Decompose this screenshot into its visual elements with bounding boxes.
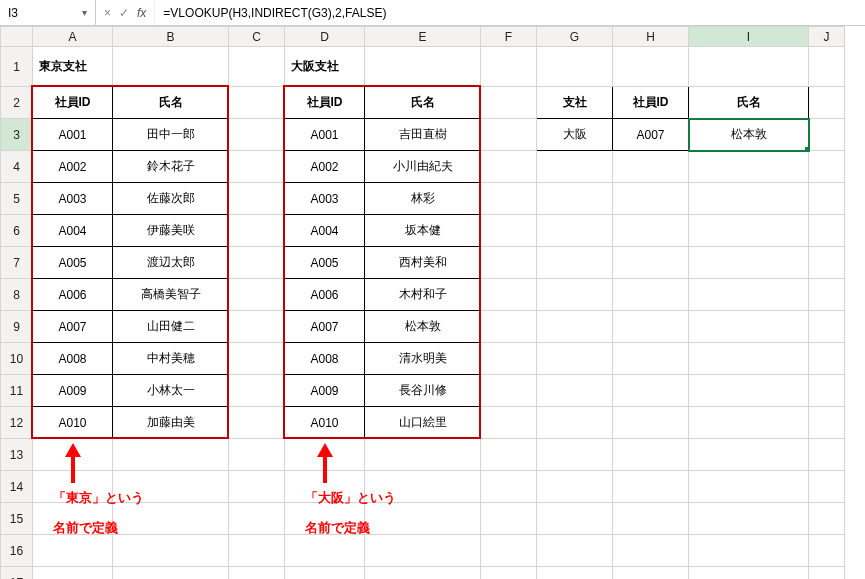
cell-H9[interactable]: [613, 311, 689, 343]
cell-G11[interactable]: [537, 375, 613, 407]
cell-J3[interactable]: [809, 119, 845, 151]
col-I[interactable]: I: [689, 27, 809, 47]
cell-C5[interactable]: [229, 183, 285, 215]
cell-H17[interactable]: [613, 567, 689, 580]
select-all-corner[interactable]: [1, 27, 33, 47]
cell-I4[interactable]: [689, 151, 809, 183]
cell-G5[interactable]: [537, 183, 613, 215]
row-17[interactable]: 17: [1, 567, 33, 580]
cell-I7[interactable]: [689, 247, 809, 279]
cell-I2[interactable]: 氏名: [689, 87, 809, 119]
cell-C1[interactable]: [229, 47, 285, 87]
cell-B10[interactable]: 中村美穂: [113, 343, 229, 375]
cell-D4[interactable]: A002: [285, 151, 365, 183]
cell-C13[interactable]: [229, 439, 285, 471]
cell-A1[interactable]: 東京支社: [33, 47, 113, 87]
cell-J15[interactable]: [809, 503, 845, 535]
cell-J9[interactable]: [809, 311, 845, 343]
cell-E2[interactable]: 氏名: [365, 87, 481, 119]
fx-icon[interactable]: fx: [137, 6, 146, 20]
cell-D11[interactable]: A009: [285, 375, 365, 407]
cell-C8[interactable]: [229, 279, 285, 311]
cell-E8[interactable]: 木村和子: [365, 279, 481, 311]
cell-F15[interactable]: [481, 503, 537, 535]
cell-F7[interactable]: [481, 247, 537, 279]
cell-A6[interactable]: A004: [33, 215, 113, 247]
cell-C6[interactable]: [229, 215, 285, 247]
cell-D10[interactable]: A008: [285, 343, 365, 375]
cell-D9[interactable]: A007: [285, 311, 365, 343]
formula-input[interactable]: =VLOOKUP(H3,INDIRECT(G3),2,FALSE): [155, 0, 865, 25]
cell-F12[interactable]: [481, 407, 537, 439]
cell-E1[interactable]: [365, 47, 481, 87]
cell-H3[interactable]: A007: [613, 119, 689, 151]
cell-F4[interactable]: [481, 151, 537, 183]
cell-A7[interactable]: A005: [33, 247, 113, 279]
cell-A10[interactable]: A008: [33, 343, 113, 375]
cell-H14[interactable]: [613, 471, 689, 503]
cell-I9[interactable]: [689, 311, 809, 343]
cell-E7[interactable]: 西村美和: [365, 247, 481, 279]
cell-E5[interactable]: 林彩: [365, 183, 481, 215]
cell-F5[interactable]: [481, 183, 537, 215]
row-9[interactable]: 9: [1, 311, 33, 343]
cell-F17[interactable]: [481, 567, 537, 580]
cell-I8[interactable]: [689, 279, 809, 311]
row-2[interactable]: 2: [1, 87, 33, 119]
cell-I11[interactable]: [689, 375, 809, 407]
cell-D3[interactable]: A001: [285, 119, 365, 151]
cell-G8[interactable]: [537, 279, 613, 311]
cell-I14[interactable]: [689, 471, 809, 503]
cell-F10[interactable]: [481, 343, 537, 375]
row-3[interactable]: 3: [1, 119, 33, 151]
cell-G10[interactable]: [537, 343, 613, 375]
cell-E12[interactable]: 山口絵里: [365, 407, 481, 439]
cell-A5[interactable]: A003: [33, 183, 113, 215]
spreadsheet-grid[interactable]: A B C D E F G H I J 1東京支社大阪支社2社員ID氏名社員ID…: [0, 26, 845, 579]
row-13[interactable]: 13: [1, 439, 33, 471]
cell-J14[interactable]: [809, 471, 845, 503]
cell-G2[interactable]: 支社: [537, 87, 613, 119]
cell-J11[interactable]: [809, 375, 845, 407]
row-15[interactable]: 15: [1, 503, 33, 535]
row-8[interactable]: 8: [1, 279, 33, 311]
cell-G7[interactable]: [537, 247, 613, 279]
cell-H2[interactable]: 社員ID: [613, 87, 689, 119]
cell-A11[interactable]: A009: [33, 375, 113, 407]
cell-B9[interactable]: 山田健二: [113, 311, 229, 343]
col-H[interactable]: H: [613, 27, 689, 47]
cell-E9[interactable]: 松本敦: [365, 311, 481, 343]
cell-D16[interactable]: [285, 535, 365, 567]
cell-C11[interactable]: [229, 375, 285, 407]
col-J[interactable]: J: [809, 27, 845, 47]
cell-D15[interactable]: [285, 503, 365, 535]
cell-B15[interactable]: [113, 503, 229, 535]
cell-E17[interactable]: [365, 567, 481, 580]
cell-B8[interactable]: 高橋美智子: [113, 279, 229, 311]
cell-C3[interactable]: [229, 119, 285, 151]
cell-C9[interactable]: [229, 311, 285, 343]
col-F[interactable]: F: [481, 27, 537, 47]
cell-B4[interactable]: 鈴木花子: [113, 151, 229, 183]
cell-C15[interactable]: [229, 503, 285, 535]
cell-I5[interactable]: [689, 183, 809, 215]
cell-B16[interactable]: [113, 535, 229, 567]
cell-J1[interactable]: [809, 47, 845, 87]
cell-G14[interactable]: [537, 471, 613, 503]
cell-D14[interactable]: [285, 471, 365, 503]
cell-C12[interactable]: [229, 407, 285, 439]
cell-C2[interactable]: [229, 87, 285, 119]
cell-G1[interactable]: [537, 47, 613, 87]
col-A[interactable]: A: [33, 27, 113, 47]
col-G[interactable]: G: [537, 27, 613, 47]
col-E[interactable]: E: [365, 27, 481, 47]
cell-F16[interactable]: [481, 535, 537, 567]
cell-E10[interactable]: 清水明美: [365, 343, 481, 375]
cell-H15[interactable]: [613, 503, 689, 535]
row-11[interactable]: 11: [1, 375, 33, 407]
cell-E11[interactable]: 長谷川修: [365, 375, 481, 407]
cell-H11[interactable]: [613, 375, 689, 407]
cell-B2[interactable]: 氏名: [113, 87, 229, 119]
cell-J6[interactable]: [809, 215, 845, 247]
col-B[interactable]: B: [113, 27, 229, 47]
